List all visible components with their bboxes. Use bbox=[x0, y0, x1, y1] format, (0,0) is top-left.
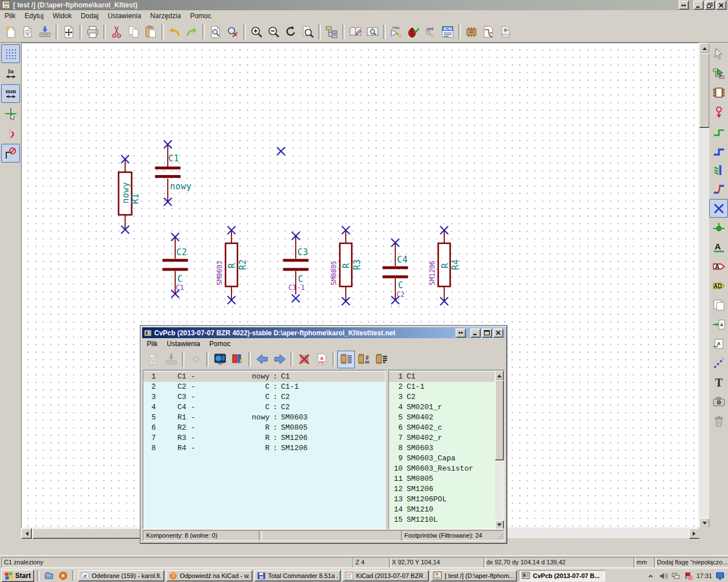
component-row[interactable]: 2C2 -C:C1-1 bbox=[143, 382, 385, 392]
erc-check-button[interactable] bbox=[405, 23, 422, 40]
footprint-row[interactable]: 9SM0603_Capa bbox=[389, 454, 504, 464]
task-button-mail[interactable]: eOdebrane (159) - karol.fi... bbox=[78, 570, 164, 581]
annotate-button[interactable]: 7402 bbox=[388, 23, 405, 40]
hidden-pins-button[interactable] bbox=[1, 124, 20, 143]
component-C2[interactable]: C2 C C1 bbox=[163, 237, 188, 294]
footprint-row[interactable]: 10SM0603_Resistor bbox=[389, 464, 504, 474]
close-button[interactable] bbox=[716, 1, 726, 10]
scroll-down-button[interactable] bbox=[495, 520, 504, 529]
paste-button[interactable] bbox=[142, 23, 159, 40]
undo-button[interactable] bbox=[166, 23, 183, 40]
cut-button[interactable] bbox=[108, 23, 125, 40]
footprint-row[interactable]: 1C1 bbox=[389, 372, 504, 382]
page-settings-button[interactable] bbox=[60, 23, 77, 40]
print-button[interactable] bbox=[84, 23, 101, 40]
task-button-browser[interactable]: Odpowiedź na KiCad - w... bbox=[166, 570, 253, 581]
place-label-button[interactable]: A bbox=[709, 238, 728, 256]
menu-widok[interactable]: Widok bbox=[48, 11, 76, 21]
menu-pomoc[interactable]: Pomoc bbox=[205, 339, 235, 349]
component-row[interactable]: 8R4 -R:SM1206 bbox=[143, 443, 385, 454]
display-icon[interactable] bbox=[715, 571, 725, 580]
run-pcbnew-button[interactable] bbox=[480, 23, 497, 40]
library-editor-button[interactable] bbox=[347, 23, 364, 40]
menu-ustawienia[interactable]: Ustawienia bbox=[103, 11, 146, 21]
component-row[interactable]: 3C3 -C:C2 bbox=[143, 392, 385, 402]
component-row[interactable]: 5R1 -nowy:SM0603 bbox=[143, 413, 385, 423]
updown-button[interactable] bbox=[679, 1, 689, 10]
volume-icon[interactable] bbox=[659, 571, 668, 580]
footprint-docs-button[interactable]: APDF bbox=[313, 351, 330, 368]
footprint-row[interactable]: 7SM0402_r bbox=[389, 433, 504, 443]
tray-expand-icon[interactable] bbox=[646, 571, 655, 580]
restore-button[interactable] bbox=[705, 1, 715, 10]
bom-button[interactable]: BOM bbox=[439, 23, 456, 40]
place-junction-button[interactable] bbox=[709, 218, 728, 237]
menu-narzedzia[interactable]: Narzędzia bbox=[146, 11, 185, 21]
netlist-button[interactable]: .net bbox=[422, 23, 439, 40]
place-graphic-line-button[interactable] bbox=[709, 354, 728, 372]
place-text-button[interactable]: T bbox=[709, 373, 728, 392]
network-icon[interactable] bbox=[671, 571, 680, 580]
back-annotate-button[interactable]: BACK bbox=[497, 23, 514, 40]
filter-by-pin-count-button[interactable]: # bbox=[355, 351, 373, 368]
wire-to-bus-entry-button[interactable] bbox=[709, 160, 728, 179]
save-schematic-button[interactable] bbox=[36, 23, 53, 40]
bus-to-bus-entry-button[interactable] bbox=[709, 180, 728, 198]
previous-component-button[interactable] bbox=[253, 351, 271, 368]
minimize-button[interactable] bbox=[693, 1, 704, 10]
footprint-row[interactable]: 6SM0402_c bbox=[389, 423, 504, 433]
component-list[interactable]: 1C1 -nowy:C1 2C2 -C:C1-1 3C3 -C:C2 4C4 -… bbox=[143, 370, 386, 529]
footprint-row[interactable]: 2C1-1 bbox=[389, 382, 504, 392]
footprint-list[interactable]: 1C1 2C1-1 3C2 4SM0201_r 5SM0402 6SM0402_… bbox=[388, 370, 504, 529]
select-tool-button[interactable] bbox=[709, 44, 728, 63]
footprint-row[interactable]: 12SM1206 bbox=[389, 484, 504, 494]
place-bus-button[interactable] bbox=[709, 141, 728, 160]
hierarchy-navigate-tool-button[interactable] bbox=[709, 64, 728, 82]
start-button[interactable]: Start bbox=[1, 569, 34, 582]
place-hierarchical-label-button[interactable]: AD bbox=[709, 276, 728, 295]
vertical-scroll-thumb[interactable] bbox=[699, 53, 710, 128]
grid-toggle-button[interactable] bbox=[1, 44, 20, 63]
quicklaunch-media-player[interactable] bbox=[57, 570, 69, 581]
footprint-row[interactable]: 14SM1210 bbox=[389, 505, 504, 515]
zoom-fit-button[interactable] bbox=[299, 23, 316, 40]
new-schematic-button[interactable] bbox=[2, 23, 19, 40]
footprint-row[interactable]: 4SM0201_r bbox=[389, 402, 504, 413]
cursor-shape-button[interactable] bbox=[1, 104, 20, 123]
redraw-button[interactable] bbox=[282, 23, 299, 40]
vertical-scrollbar[interactable] bbox=[698, 43, 709, 527]
footprint-row[interactable]: 8SM0603 bbox=[389, 443, 504, 454]
task-button-total-commander[interactable]: Total Commander 8.51a ... bbox=[254, 570, 341, 581]
filter-by-keyword-button[interactable] bbox=[337, 351, 355, 368]
footprint-row[interactable]: 11SM0805 bbox=[389, 474, 504, 484]
updown-button[interactable] bbox=[456, 329, 466, 338]
close-button[interactable] bbox=[493, 329, 503, 338]
units-inch-button[interactable]: In bbox=[1, 64, 20, 83]
minimize-button[interactable] bbox=[470, 329, 481, 338]
delete-associations-button[interactable] bbox=[295, 351, 313, 368]
footprint-row[interactable]: 13SM1206POL bbox=[389, 494, 504, 505]
component-C1[interactable]: C1 nowy bbox=[155, 144, 192, 202]
place-wire-button[interactable] bbox=[709, 122, 728, 140]
place-sheet-pin-button[interactable]: A bbox=[709, 334, 728, 353]
no-connect-flag-button[interactable] bbox=[709, 199, 728, 218]
footprint-row[interactable]: 3C2 bbox=[389, 392, 504, 402]
configuration-button[interactable] bbox=[187, 351, 204, 368]
find-button[interactable] bbox=[207, 23, 224, 40]
open-netlist-button[interactable] bbox=[144, 351, 162, 368]
footprint-row[interactable]: 15SM1210L bbox=[389, 515, 504, 525]
component-C4[interactable]: C4 C C2 bbox=[383, 243, 408, 300]
hv-orientation-button[interactable] bbox=[1, 144, 20, 163]
footprint-row[interactable]: 5SM0402 bbox=[389, 413, 504, 423]
component-row[interactable]: 7R3 -R:SM1206 bbox=[143, 433, 385, 443]
scroll-thumb[interactable] bbox=[495, 380, 504, 460]
import-sheet-pin-button[interactable]: A bbox=[709, 315, 728, 334]
filter-by-library-button[interactable] bbox=[373, 351, 390, 368]
scroll-left-button[interactable] bbox=[21, 528, 32, 539]
clock[interactable]: 17:31 bbox=[696, 572, 712, 579]
place-hierarchical-sheet-button[interactable] bbox=[709, 296, 728, 314]
menu-plik[interactable]: Plik bbox=[142, 339, 162, 349]
zoom-out-button[interactable] bbox=[265, 23, 282, 40]
units-mm-button[interactable]: mm bbox=[1, 84, 20, 103]
task-button-eeschema[interactable]: [ test /] (D:\aper-ftphom... bbox=[431, 570, 517, 581]
